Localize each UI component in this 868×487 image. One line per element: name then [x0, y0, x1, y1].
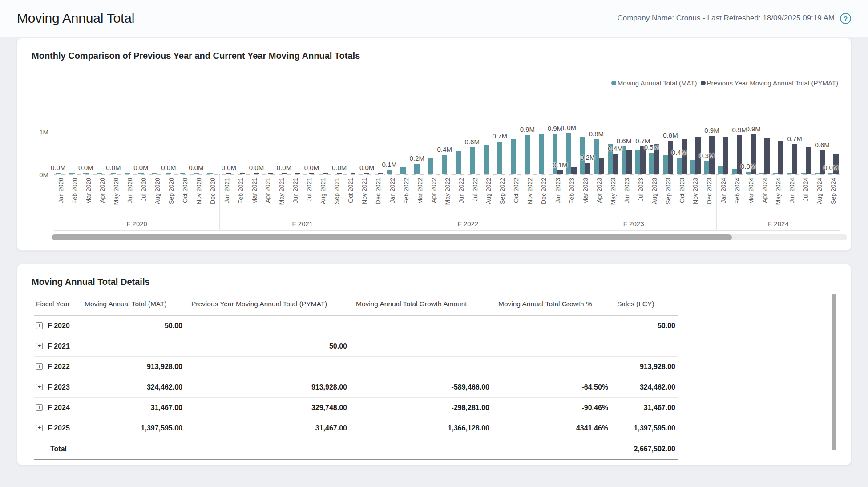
- chart-horizontal-scrollbar[interactable]: [52, 234, 847, 240]
- mat-bar[interactable]: [387, 170, 392, 174]
- mat-bar[interactable]: [194, 173, 198, 174]
- mat-bar-value-label: 0.8M: [589, 130, 604, 137]
- col-header-fiscal-year[interactable]: Fiscal Year: [34, 300, 78, 308]
- legend-item-mat[interactable]: Moving Annual Total (MAT): [611, 79, 697, 87]
- month-axis-label: Nov 2020: [196, 178, 202, 204]
- pymat-bar[interactable]: [282, 173, 287, 174]
- month-slot: 0.1M: [385, 95, 399, 174]
- mat-bar[interactable]: [732, 169, 737, 174]
- expand-row-icon[interactable]: +: [36, 384, 43, 390]
- table-row[interactable]: +F 202150.00: [34, 336, 678, 357]
- pymat-bar[interactable]: [254, 173, 259, 174]
- pymat-bar[interactable]: [792, 144, 797, 174]
- mat-bar[interactable]: [428, 158, 433, 174]
- pymat-bar[interactable]: [337, 173, 342, 174]
- pymat-bar[interactable]: [351, 173, 355, 174]
- table-row[interactable]: +F 20251,397,595.0031,467.001,366,128.00…: [34, 418, 678, 438]
- chart-legend: Moving Annual Total (MAT) Previous Year …: [611, 79, 838, 87]
- expand-row-icon[interactable]: +: [36, 404, 43, 411]
- mat-bar[interactable]: [166, 173, 171, 174]
- month-axis-label: Feb 2023: [569, 178, 575, 204]
- month-slot: 0.0M: [219, 95, 233, 174]
- mat-bar[interactable]: [511, 139, 516, 174]
- mat-bar[interactable]: [690, 160, 695, 174]
- pymat-bar[interactable]: [613, 154, 618, 174]
- mat-bar[interactable]: [111, 173, 116, 174]
- col-header-pymat[interactable]: Previous Year Moving Annual Total (PYMAT…: [185, 300, 350, 308]
- col-header-growth-pct[interactable]: Moving Annual Total Growth %: [492, 300, 611, 308]
- table-row[interactable]: +F 2023324,462.00913,928.00-589,466.00-6…: [34, 377, 678, 398]
- expand-row-icon[interactable]: +: [36, 363, 43, 370]
- pymat-bar[interactable]: [571, 167, 576, 174]
- mat-bar[interactable]: [56, 173, 61, 174]
- month-axis-label: Mar 2023: [582, 178, 589, 204]
- mat-bar[interactable]: [97, 173, 102, 174]
- mat-bar[interactable]: [704, 161, 709, 174]
- pymat-bar[interactable]: [585, 163, 590, 174]
- expand-row-icon[interactable]: +: [36, 425, 43, 431]
- mat-bar[interactable]: [207, 173, 212, 174]
- col-header-growth-amount[interactable]: Moving Annual Total Growth Amount: [350, 300, 492, 308]
- table-card: Moving Annual Total Details Fiscal Year …: [17, 264, 851, 465]
- pymat-bar[interactable]: [240, 173, 245, 174]
- mat-bar[interactable]: [152, 173, 157, 174]
- help-icon[interactable]: ?: [840, 13, 851, 24]
- col-header-mat[interactable]: Moving Annual Total (MAT): [78, 300, 185, 308]
- pymat-bar[interactable]: [309, 173, 314, 174]
- pymat-bar[interactable]: [806, 147, 811, 174]
- pymat-bar[interactable]: [626, 150, 631, 174]
- mat-bar[interactable]: [539, 134, 544, 174]
- mat-bar[interactable]: [525, 135, 530, 174]
- mat-bar[interactable]: [69, 173, 74, 174]
- month-slot: [689, 95, 702, 174]
- pymat-bar[interactable]: [778, 141, 783, 174]
- month-axis-label: Jun 2021: [292, 178, 299, 203]
- col-header-sales-lcy[interactable]: Sales (LCY): [611, 300, 678, 308]
- mat-bar[interactable]: [400, 167, 405, 174]
- legend-item-pymat[interactable]: Previous Year Moving Annual Total (PYMAT…: [701, 79, 838, 87]
- pymat-bar[interactable]: [723, 137, 728, 174]
- mat-bar[interactable]: [484, 145, 489, 174]
- pymat-bar[interactable]: [268, 173, 273, 174]
- mat-bar[interactable]: [649, 153, 654, 174]
- mat-bar[interactable]: [718, 166, 723, 174]
- pymat-bar[interactable]: [226, 173, 231, 174]
- mat-bar[interactable]: [828, 173, 833, 174]
- mat-bar[interactable]: [759, 173, 764, 174]
- mat-bar[interactable]: [125, 173, 129, 174]
- mat-bar[interactable]: [442, 155, 447, 174]
- pymat-bar[interactable]: [378, 173, 383, 174]
- pymat-bar[interactable]: [557, 170, 562, 174]
- mat-bar[interactable]: [470, 147, 475, 174]
- mat-bar[interactable]: [456, 151, 461, 174]
- table-vertical-scrollbar[interactable]: [832, 294, 836, 450]
- mat-bar[interactable]: [773, 173, 778, 174]
- mat-bar[interactable]: [746, 172, 751, 174]
- month-axis-label: Apr 2024: [762, 178, 768, 203]
- mat-bar[interactable]: [677, 158, 682, 174]
- mat-bar[interactable]: [138, 173, 143, 174]
- mat-bar[interactable]: [635, 150, 640, 174]
- table-row[interactable]: +F 202050.0050.00: [34, 316, 678, 336]
- pymat-bar[interactable]: [599, 158, 604, 174]
- pymat-bar[interactable]: [295, 173, 300, 174]
- mat-bar[interactable]: [663, 155, 668, 174]
- mat-bar[interactable]: [497, 142, 502, 174]
- expand-row-icon[interactable]: +: [36, 322, 43, 329]
- chart-horizontal-scrollbar-thumb[interactable]: [52, 234, 732, 240]
- mat-bar[interactable]: [787, 173, 792, 174]
- mat-bar[interactable]: [801, 173, 806, 174]
- pymat-bar[interactable]: [668, 141, 673, 174]
- pymat-bar[interactable]: [682, 139, 686, 174]
- mat-bar[interactable]: [815, 173, 820, 174]
- pymat-bar[interactable]: [323, 173, 328, 174]
- mat-bar[interactable]: [414, 164, 419, 174]
- pymat-bar[interactable]: [364, 173, 369, 174]
- mat-bar-value-label: 0.0M: [78, 164, 93, 171]
- expand-row-icon[interactable]: +: [36, 343, 43, 349]
- pymat-bar[interactable]: [764, 138, 769, 174]
- table-row[interactable]: +F 2022913,928.00913,928.00: [34, 357, 678, 377]
- table-row[interactable]: +F 202431,467.00329,748.00-298,281.00-90…: [34, 398, 678, 418]
- mat-bar[interactable]: [83, 173, 88, 174]
- mat-bar[interactable]: [180, 173, 185, 174]
